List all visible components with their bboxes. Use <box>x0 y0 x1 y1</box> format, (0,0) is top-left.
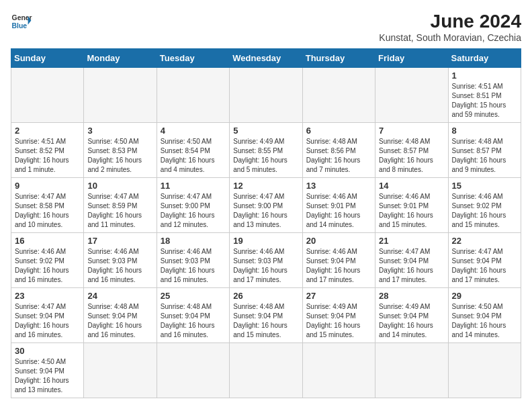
calendar-cell: 12Sunrise: 4:47 AMSunset: 9:00 PMDayligh… <box>230 178 302 233</box>
calendar-cell: 16Sunrise: 4:46 AMSunset: 9:02 PMDayligh… <box>11 233 84 288</box>
calendar-cell: 15Sunrise: 4:46 AMSunset: 9:02 PMDayligh… <box>448 178 521 233</box>
day-info: Sunrise: 4:49 AMSunset: 9:04 PMDaylight:… <box>379 302 444 340</box>
calendar-cell: 18Sunrise: 4:46 AMSunset: 9:03 PMDayligh… <box>157 233 229 288</box>
day-info: Sunrise: 4:46 AMSunset: 9:01 PMDaylight:… <box>379 192 444 230</box>
day-info: Sunrise: 4:50 AMSunset: 9:04 PMDaylight:… <box>452 302 517 340</box>
day-number: 20 <box>306 236 371 246</box>
calendar-cell: 30Sunrise: 4:50 AMSunset: 9:04 PMDayligh… <box>11 343 84 398</box>
calendar-cell <box>157 68 229 123</box>
col-header-thursday: Thursday <box>302 49 375 68</box>
day-info: Sunrise: 4:48 AMSunset: 9:04 PMDaylight:… <box>233 302 298 340</box>
day-number: 7 <box>379 126 444 136</box>
calendar-header-row: SundayMondayTuesdayWednesdayThursdayFrid… <box>11 49 521 68</box>
day-info: Sunrise: 4:51 AMSunset: 8:51 PMDaylight:… <box>452 82 517 120</box>
day-info: Sunrise: 4:47 AMSunset: 9:04 PMDaylight:… <box>452 247 517 285</box>
calendar-cell: 19Sunrise: 4:46 AMSunset: 9:03 PMDayligh… <box>230 233 302 288</box>
calendar-cell <box>11 68 84 123</box>
day-info: Sunrise: 4:47 AMSunset: 9:04 PMDaylight:… <box>15 302 80 340</box>
calendar-cell: 26Sunrise: 4:48 AMSunset: 9:04 PMDayligh… <box>230 288 302 343</box>
col-header-monday: Monday <box>84 49 157 68</box>
day-number: 1 <box>452 71 517 81</box>
calendar-cell: 25Sunrise: 4:48 AMSunset: 9:04 PMDayligh… <box>157 288 229 343</box>
day-number: 3 <box>87 126 152 136</box>
col-header-tuesday: Tuesday <box>157 49 229 68</box>
day-number: 28 <box>379 291 444 301</box>
calendar-cell <box>375 68 448 123</box>
day-info: Sunrise: 4:47 AMSunset: 9:00 PMDaylight:… <box>161 192 226 230</box>
day-number: 2 <box>15 126 80 136</box>
calendar-cell: 28Sunrise: 4:49 AMSunset: 9:04 PMDayligh… <box>375 288 448 343</box>
day-number: 27 <box>306 291 371 301</box>
day-info: Sunrise: 4:50 AMSunset: 8:53 PMDaylight:… <box>87 137 152 175</box>
calendar-week-2: 2Sunrise: 4:51 AMSunset: 8:52 PMDaylight… <box>11 123 521 178</box>
calendar-cell: 17Sunrise: 4:46 AMSunset: 9:03 PMDayligh… <box>84 233 157 288</box>
generalblue-logo-icon: General Blue <box>11 11 32 32</box>
day-info: Sunrise: 4:48 AMSunset: 8:57 PMDaylight:… <box>452 137 517 175</box>
calendar-week-6: 30Sunrise: 4:50 AMSunset: 9:04 PMDayligh… <box>11 343 521 398</box>
calendar-cell: 6Sunrise: 4:48 AMSunset: 8:56 PMDaylight… <box>302 123 375 178</box>
day-info: Sunrise: 4:47 AMSunset: 9:04 PMDaylight:… <box>379 247 444 285</box>
day-info: Sunrise: 4:47 AMSunset: 9:00 PMDaylight:… <box>233 192 298 230</box>
day-number: 29 <box>452 291 517 301</box>
day-number: 10 <box>87 181 152 191</box>
day-number: 23 <box>15 291 80 301</box>
day-info: Sunrise: 4:46 AMSunset: 9:02 PMDaylight:… <box>15 247 80 285</box>
title-block: June 2024 Kunstat, South Moravian, Czech… <box>379 11 521 43</box>
calendar-cell: 29Sunrise: 4:50 AMSunset: 9:04 PMDayligh… <box>448 288 521 343</box>
calendar-cell: 13Sunrise: 4:46 AMSunset: 9:01 PMDayligh… <box>302 178 375 233</box>
calendar-cell: 4Sunrise: 4:50 AMSunset: 8:54 PMDaylight… <box>157 123 229 178</box>
day-number: 14 <box>379 181 444 191</box>
day-number: 12 <box>233 181 298 191</box>
day-number: 13 <box>306 181 371 191</box>
day-info: Sunrise: 4:49 AMSunset: 9:04 PMDaylight:… <box>306 302 371 340</box>
day-number: 8 <box>452 126 517 136</box>
calendar-cell: 9Sunrise: 4:47 AMSunset: 8:58 PMDaylight… <box>11 178 84 233</box>
month-year: June 2024 <box>379 11 521 32</box>
day-number: 18 <box>161 236 226 246</box>
day-info: Sunrise: 4:48 AMSunset: 9:04 PMDaylight:… <box>161 302 226 340</box>
day-info: Sunrise: 4:46 AMSunset: 9:04 PMDaylight:… <box>306 247 371 285</box>
calendar-week-4: 16Sunrise: 4:46 AMSunset: 9:02 PMDayligh… <box>11 233 521 288</box>
calendar-cell: 10Sunrise: 4:47 AMSunset: 8:59 PMDayligh… <box>84 178 157 233</box>
col-header-sunday: Sunday <box>11 49 84 68</box>
calendar-cell: 1Sunrise: 4:51 AMSunset: 8:51 PMDaylight… <box>448 68 521 123</box>
calendar-cell <box>230 343 302 398</box>
day-number: 21 <box>379 236 444 246</box>
calendar-cell: 5Sunrise: 4:49 AMSunset: 8:55 PMDaylight… <box>230 123 302 178</box>
calendar-cell: 24Sunrise: 4:48 AMSunset: 9:04 PMDayligh… <box>84 288 157 343</box>
day-info: Sunrise: 4:46 AMSunset: 9:02 PMDaylight:… <box>452 192 517 230</box>
day-number: 6 <box>306 126 371 136</box>
day-info: Sunrise: 4:49 AMSunset: 8:55 PMDaylight:… <box>233 137 298 175</box>
day-info: Sunrise: 4:50 AMSunset: 8:54 PMDaylight:… <box>161 137 226 175</box>
day-number: 26 <box>233 291 298 301</box>
svg-text:Blue: Blue <box>12 22 28 30</box>
calendar-cell: 23Sunrise: 4:47 AMSunset: 9:04 PMDayligh… <box>11 288 84 343</box>
day-number: 16 <box>15 236 80 246</box>
day-info: Sunrise: 4:47 AMSunset: 8:58 PMDaylight:… <box>15 192 80 230</box>
day-number: 22 <box>452 236 517 246</box>
calendar-cell: 7Sunrise: 4:48 AMSunset: 8:57 PMDaylight… <box>375 123 448 178</box>
calendar-cell: 21Sunrise: 4:47 AMSunset: 9:04 PMDayligh… <box>375 233 448 288</box>
day-number: 15 <box>452 181 517 191</box>
col-header-wednesday: Wednesday <box>230 49 302 68</box>
calendar-week-3: 9Sunrise: 4:47 AMSunset: 8:58 PMDaylight… <box>11 178 521 233</box>
calendar-cell <box>375 343 448 398</box>
calendar-cell <box>448 343 521 398</box>
day-number: 30 <box>15 346 80 356</box>
header: General Blue June 2024 Kunstat, South Mo… <box>11 11 521 43</box>
day-number: 24 <box>87 291 152 301</box>
day-info: Sunrise: 4:48 AMSunset: 8:56 PMDaylight:… <box>306 137 371 175</box>
day-info: Sunrise: 4:47 AMSunset: 8:59 PMDaylight:… <box>87 192 152 230</box>
day-number: 4 <box>161 126 226 136</box>
day-number: 17 <box>87 236 152 246</box>
calendar-cell: 11Sunrise: 4:47 AMSunset: 9:00 PMDayligh… <box>157 178 229 233</box>
calendar-cell: 14Sunrise: 4:46 AMSunset: 9:01 PMDayligh… <box>375 178 448 233</box>
day-info: Sunrise: 4:51 AMSunset: 8:52 PMDaylight:… <box>15 137 80 175</box>
calendar-cell <box>302 68 375 123</box>
day-info: Sunrise: 4:46 AMSunset: 9:03 PMDaylight:… <box>161 247 226 285</box>
day-info: Sunrise: 4:46 AMSunset: 9:03 PMDaylight:… <box>87 247 152 285</box>
calendar-cell: 22Sunrise: 4:47 AMSunset: 9:04 PMDayligh… <box>448 233 521 288</box>
calendar-week-5: 23Sunrise: 4:47 AMSunset: 9:04 PMDayligh… <box>11 288 521 343</box>
calendar-cell: 2Sunrise: 4:51 AMSunset: 8:52 PMDaylight… <box>11 123 84 178</box>
calendar-cell: 20Sunrise: 4:46 AMSunset: 9:04 PMDayligh… <box>302 233 375 288</box>
